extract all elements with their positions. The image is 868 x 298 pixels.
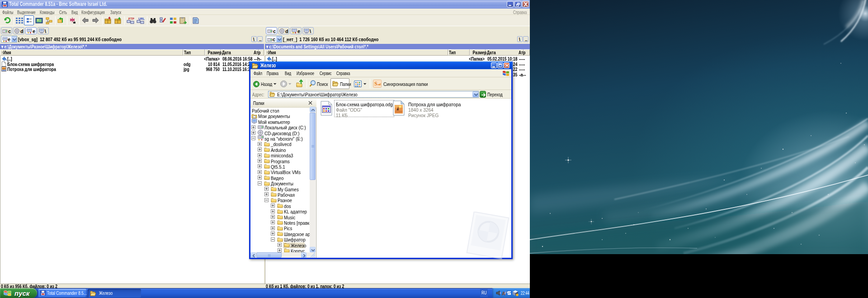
- svg-text:URL: URL: [138, 17, 145, 20]
- svg-text:FTP: FTP: [128, 17, 135, 20]
- svg-text:S: S: [374, 80, 377, 87]
